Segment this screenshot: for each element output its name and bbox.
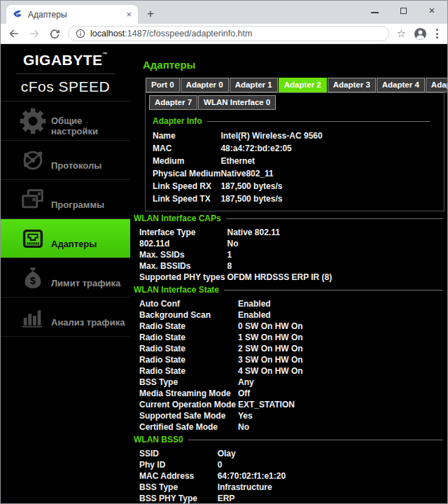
close-button[interactable]: × <box>428 6 436 15</box>
sidebar-item-label: Программы <box>51 189 104 210</box>
tab-port-0[interactable]: Port 0 <box>146 78 180 92</box>
info-label: Radio State <box>139 321 238 332</box>
browser-menu-icon[interactable] <box>433 27 441 40</box>
sidebar-item-adapters[interactable]: Адаптеры <box>1 219 130 258</box>
info-label: BSS PHY Type <box>139 493 218 503</box>
forward-icon[interactable] <box>27 27 41 41</box>
browser-tab-strip: Адаптеры × + × <box>1 1 447 24</box>
info-row: Max. SSIDs1 <box>139 249 332 260</box>
sidebar-item-general-settings[interactable]: Общие настройки <box>1 102 130 141</box>
logo-divider <box>16 74 115 74</box>
info-value: Yes <box>238 410 303 421</box>
info-row: BSS PHY TypeERP <box>139 493 286 503</box>
tab-adapter-3[interactable]: Adapter 3 <box>328 78 376 92</box>
info-row: MAC Address64:70:02:f1:e1:20 <box>139 470 286 482</box>
tab-adapter-2[interactable]: Adapter 2 <box>279 78 327 92</box>
legend-divider-line <box>188 440 443 440</box>
adapter-info-panel: Adapter 7WLAN Interface 0 Adapter Info N… <box>145 92 444 211</box>
legend-divider-line <box>226 218 443 219</box>
info-label: Supported PHY types <box>139 272 227 283</box>
section-header: WLAN Interface State <box>134 285 444 295</box>
sidebar-item-programs[interactable]: Программы <box>1 180 130 219</box>
info-label: Supported Safe Mode <box>139 410 238 421</box>
sidebar-item-traffic-limit[interactable]: $ Лимит трафика <box>1 258 130 298</box>
info-value: 8 <box>227 260 332 272</box>
browser-tab[interactable]: Адаптеры × <box>6 5 138 24</box>
maximize-button[interactable] <box>399 6 407 15</box>
info-row: Phy ID0 <box>139 459 286 470</box>
browser-tab-title: Адаптеры <box>28 10 121 20</box>
browser-window: Адаптеры × + × localhost:1487/cfoss <box>0 0 448 504</box>
tab-adapter-1[interactable]: Adapter 1 <box>230 78 278 92</box>
bookmark-star-icon[interactable]: ☆ <box>396 27 407 40</box>
info-row: Auto ConfEnabled <box>139 298 303 309</box>
trademark: ™ <box>103 52 108 57</box>
info-label: Radio State <box>139 354 238 365</box>
info-label: Link Speed RX <box>153 180 220 192</box>
sidebar: GIGABYTE™ cFos SPEED <box>1 44 130 503</box>
info-row: Radio State4 SW On HW On <box>139 365 303 377</box>
info-label: Phy ID <box>139 459 218 470</box>
page-info-icon[interactable] <box>76 29 85 38</box>
legend-divider-line <box>207 121 430 122</box>
info-label: Link Speed TX <box>153 192 220 205</box>
info-row: MAC48:a4:72:bd:e2:05 <box>153 142 323 155</box>
refresh-icon[interactable] <box>48 27 62 41</box>
tab-wlan-interface-0[interactable]: WLAN Interface 0 <box>198 95 276 110</box>
section-header: WLAN Interface CAPs <box>134 214 444 223</box>
tab-adapter-5[interactable]: Adapter 5 <box>426 78 447 92</box>
adapter-tabs-row-2: Adapter 7WLAN Interface 0 <box>149 95 437 110</box>
tab-adapter-4[interactable]: Adapter 4 <box>377 78 425 92</box>
info-label: Medium <box>153 155 220 167</box>
url-host: localhost <box>90 29 125 38</box>
tab-adapter-0[interactable]: Adapter 0 <box>181 78 229 92</box>
info-row: Certified Safe ModeNo <box>139 421 303 433</box>
sidebar-item-label: Протоколы <box>51 150 102 171</box>
sidebar-item-label: Лимит трафика <box>51 267 120 288</box>
tab-close-icon[interactable]: × <box>126 10 132 19</box>
info-value: Off <box>238 388 303 399</box>
adapter-tabs-row-1: Port 0Adapter 0Adapter 1Adapter 2Adapter… <box>146 78 444 92</box>
info-row: SSIDOlay <box>139 448 286 459</box>
section-wlan-bss0: WLAN BSS0 SSIDOlayPhy ID0MAC Address64:7… <box>139 435 444 503</box>
info-row: Background ScanEnabled <box>139 309 303 321</box>
info-label: Background Scan <box>139 309 238 321</box>
info-value: EXT_STATION <box>238 399 303 410</box>
address-bar[interactable]: localhost:1487/cfosspeed/adapterinfo.htm <box>68 26 389 41</box>
info-row: Current Operation ModeEXT_STATION <box>139 399 303 410</box>
info-label: Certified Safe Mode <box>139 421 238 433</box>
programs-windows-icon <box>20 186 46 213</box>
section-legend: WLAN Interface State <box>134 285 219 295</box>
section-wlan-interface-caps: WLAN Interface CAPs Interface TypeNative… <box>139 214 444 283</box>
protocols-network-icon <box>20 147 46 174</box>
info-row: 802.11dNo <box>139 238 332 249</box>
info-label: Radio State <box>139 332 238 343</box>
info-label: Name <box>153 130 220 142</box>
info-row: Max. BSSIDs8 <box>139 260 332 272</box>
info-label: Max. SSIDs <box>139 249 227 260</box>
info-row: NameIntel(R) Wireless-AC 9560 <box>153 130 323 142</box>
info-row: Link Speed TX187,500 bytes/s <box>153 192 323 205</box>
profile-avatar-icon[interactable] <box>414 27 427 41</box>
tab-adapter-7[interactable]: Adapter 7 <box>149 95 197 110</box>
sidebar-item-label: Адаптеры <box>51 228 97 249</box>
favicon-cfos <box>13 9 23 20</box>
close-icon: × <box>429 6 435 15</box>
info-label: Auto Conf <box>139 298 238 309</box>
info-value: Ethernet <box>220 155 322 167</box>
minimize-icon <box>371 12 379 13</box>
info-label: 802.11d <box>139 238 227 249</box>
info-row: Media Streaming ModeOff <box>139 388 303 399</box>
info-value: 3 SW On HW On <box>238 354 303 365</box>
info-value: 64:70:02:f1:e1:20 <box>218 470 286 482</box>
info-label: MAC <box>153 142 220 155</box>
minimize-button[interactable] <box>370 6 379 15</box>
sidebar-item-traffic-analysis[interactable]: Анализ трафика <box>1 298 130 337</box>
new-tab-button[interactable]: + <box>138 7 163 24</box>
info-label: BSS Type <box>139 482 218 493</box>
ethernet-port-icon <box>20 225 46 252</box>
info-row: Radio State0 SW On HW On <box>139 321 303 332</box>
back-icon[interactable] <box>7 27 21 41</box>
info-row: Radio State2 SW On HW On <box>139 343 303 354</box>
sidebar-item-protocols[interactable]: Протоколы <box>1 141 130 180</box>
